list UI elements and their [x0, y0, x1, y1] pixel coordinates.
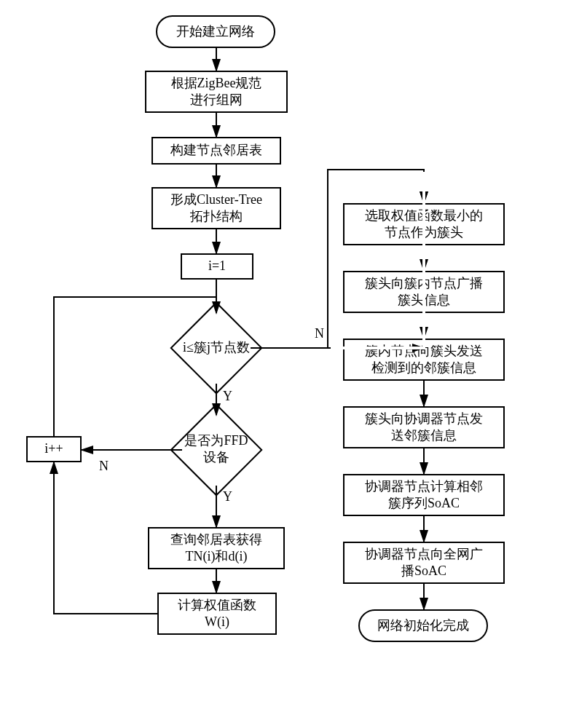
process-send-detect-text: 簇内节点向簇头发送 检测到的邻簇信息 — [365, 343, 483, 377]
process-cluster: 形成Cluster-Tree 拓扑结构 — [151, 187, 281, 229]
decision-count-text-wrap: i≤簇j节点数 — [159, 326, 274, 370]
decision-ffd-text-wrap: 是否为FFD 设备 — [166, 427, 267, 471]
process-weight-text: 计算权值函数 W(i) — [178, 597, 256, 631]
process-calc-soac-text: 协调器节点计算相邻 簇序列SoAC — [365, 478, 483, 513]
terminal-start: 开始建立网络 — [156, 15, 275, 48]
process-zigbee-text: 根据ZigBee规范 进行组网 — [171, 75, 262, 109]
process-zigbee: 根据ZigBee规范 进行组网 — [145, 71, 288, 113]
label-ffd-yes: Y — [223, 489, 232, 505]
process-broadcast-soac: 协调器节点向全网广 播SoAC — [343, 542, 505, 584]
process-cluster-text: 形成Cluster-Tree 拓扑结构 — [170, 191, 262, 226]
decision-count-text: i≤簇j节点数 — [183, 339, 250, 356]
process-select-head-text: 选取权值函数最小的 节点作为簇头 — [365, 207, 483, 242]
process-send-coord-text: 簇头向协调器节点发 送邻簇信息 — [365, 411, 483, 445]
process-send-detect: 簇内节点向簇头发送 检测到的邻簇信息 — [343, 339, 505, 381]
process-increment: i++ — [26, 436, 82, 462]
process-neighbor-text: 构建节点邻居表 — [170, 142, 262, 159]
process-init-i-text: i=1 — [208, 258, 226, 274]
label-count-no: N — [315, 326, 324, 341]
process-broadcast-soac-text: 协调器节点向全网广 播SoAC — [365, 546, 483, 580]
process-broadcast-head-text: 簇头向簇内节点广播 簇头信息 — [365, 275, 483, 309]
process-broadcast-head: 簇头向簇内节点广播 簇头信息 — [343, 271, 505, 313]
process-query-text: 查询邻居表获得 TN(i)和d(i) — [170, 531, 262, 566]
label-count-yes: Y — [223, 389, 232, 404]
process-weight: 计算权值函数 W(i) — [157, 593, 277, 635]
process-neighbor: 构建节点邻居表 — [151, 137, 281, 165]
process-calc-soac: 协调器节点计算相邻 簇序列SoAC — [343, 474, 505, 516]
decision-ffd-text: 是否为FFD 设备 — [184, 432, 248, 467]
terminal-start-text: 开始建立网络 — [176, 23, 255, 40]
process-send-coord: 簇头向协调器节点发 送邻簇信息 — [343, 406, 505, 448]
label-ffd-no: N — [99, 459, 109, 474]
terminal-end-text: 网络初始化完成 — [377, 617, 469, 634]
process-init-i: i=1 — [181, 253, 253, 280]
process-increment-text: i++ — [44, 440, 63, 457]
terminal-end: 网络初始化完成 — [358, 609, 488, 642]
process-select-head: 选取权值函数最小的 节点作为簇头 — [343, 203, 505, 245]
process-query: 查询邻居表获得 TN(i)和d(i) — [148, 527, 285, 569]
